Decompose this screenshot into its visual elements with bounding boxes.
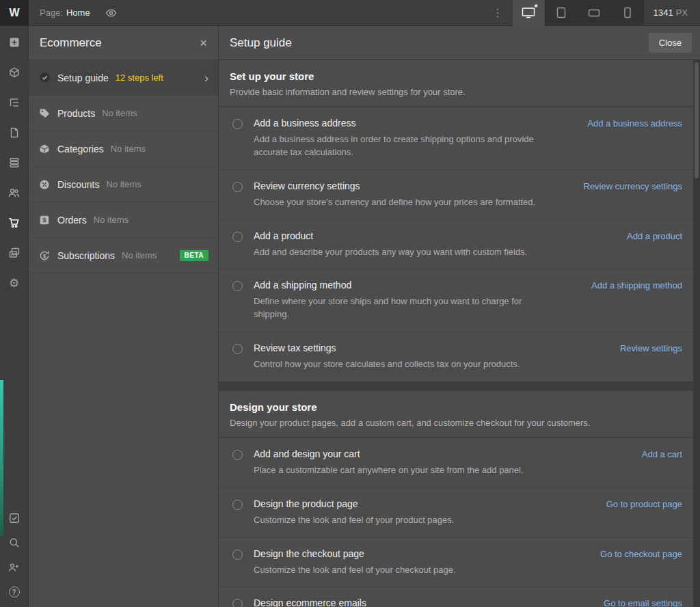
dollar-square-icon: $ xyxy=(38,215,51,226)
task-design-ecommerce-emails: Design ecommerce emails Customize the de… xyxy=(219,586,693,607)
task-radio[interactable] xyxy=(232,119,243,129)
setup-guide-content: Set up your store Provide basic informat… xyxy=(219,60,700,607)
setup-guide-header: Setup guide Close xyxy=(219,26,700,60)
task-radio[interactable] xyxy=(232,550,243,560)
task-description: Choose your store's currency and define … xyxy=(254,196,558,209)
chevron-right-icon: › xyxy=(204,71,208,84)
section-header: Set up your store Provide basic informat… xyxy=(219,60,693,107)
check-circle-icon xyxy=(38,72,51,83)
task-description: Add a business address in order to creat… xyxy=(254,133,558,159)
task-title: Add a shipping method xyxy=(254,280,558,291)
task-review-currency-settings: Review currency settings Choose your sto… xyxy=(219,170,693,219)
setup-guide-panel: Setup guide Close Set up your store Prov… xyxy=(219,26,700,607)
page-label: Page: xyxy=(40,8,63,18)
task-description: Place a customizable cart anywhere on yo… xyxy=(254,464,558,477)
sidebar-item-label: Orders xyxy=(57,215,87,226)
section-header: Design your store Design your product pa… xyxy=(219,391,693,437)
task-action-link[interactable]: Go to product page xyxy=(606,498,682,509)
webflow-designer: W Page: Home ⋮ ★ 1341PX xyxy=(0,0,700,607)
navigator-icon[interactable] xyxy=(0,87,29,118)
task-radio[interactable] xyxy=(232,281,243,291)
vertical-scrollbar[interactable] xyxy=(693,60,700,607)
svg-text:$: $ xyxy=(42,216,46,224)
search-icon[interactable] xyxy=(0,530,29,555)
help-icon[interactable]: ? xyxy=(0,580,29,604)
task-action-link[interactable]: Add a cart xyxy=(642,448,682,459)
task-title: Design ecommerce emails xyxy=(254,597,558,607)
collaborators-icon[interactable] xyxy=(0,555,29,580)
beta-badge: BETA xyxy=(180,250,208,261)
more-menu-icon[interactable]: ⋮ xyxy=(493,8,503,18)
sidebar-item-label: Subscriptions xyxy=(57,250,115,261)
steps-left-text: 12 steps left xyxy=(116,72,163,83)
device-desktop-button[interactable]: ★ xyxy=(513,0,546,26)
section-set-up-your-store: Set up your store Provide basic informat… xyxy=(219,60,693,381)
task-radio[interactable] xyxy=(232,599,243,607)
webflow-logo[interactable]: W xyxy=(0,0,29,25)
ecommerce-cart-icon[interactable] xyxy=(0,208,29,238)
tag-icon xyxy=(38,108,51,119)
task-title: Add a business address xyxy=(254,118,558,129)
task-radio[interactable] xyxy=(232,450,243,460)
settings-gear-icon[interactable]: ⚙ xyxy=(0,268,29,298)
audit-checklist-icon[interactable] xyxy=(0,506,29,530)
canvas-peek-strip xyxy=(0,380,3,536)
task-add-design-cart: Add and design your cart Place a customi… xyxy=(219,437,693,487)
task-radio[interactable] xyxy=(232,232,243,242)
sidebar-item-meta: No items xyxy=(102,108,137,118)
task-radio[interactable] xyxy=(232,500,243,510)
discount-badge-icon xyxy=(38,179,51,190)
task-add-shipping-method: Add a shipping method Define where your … xyxy=(219,269,693,332)
sidebar-item-products[interactable]: Products No items xyxy=(29,96,218,131)
device-phone-landscape-button[interactable] xyxy=(578,0,611,26)
task-radio[interactable] xyxy=(232,344,243,354)
assets-icon[interactable] xyxy=(0,238,29,268)
canvas-width-value: 1341 xyxy=(654,8,673,18)
task-action-link[interactable]: Review settings xyxy=(620,342,682,353)
sidebar-item-discounts[interactable]: Discounts No items xyxy=(29,167,218,202)
cms-collections-icon[interactable] xyxy=(0,148,29,178)
canvas-width-unit: PX xyxy=(676,8,688,18)
section-title: Set up your store xyxy=(230,70,682,82)
task-action-link[interactable]: Review currency settings xyxy=(584,180,683,191)
breakpoint-star-icon: ★ xyxy=(534,3,539,9)
users-icon[interactable] xyxy=(0,178,29,208)
sidebar-item-meta: No items xyxy=(94,215,129,225)
panel-title: Ecommerce xyxy=(40,36,102,50)
components-icon[interactable] xyxy=(0,57,29,87)
task-action-link[interactable]: Add a shipping method xyxy=(591,280,682,291)
task-review-tax-settings: Review tax settings Control how your sto… xyxy=(219,332,693,381)
section-title: Design your store xyxy=(230,401,682,413)
sidebar-item-meta: No items xyxy=(106,179,141,189)
sidebar-item-label: Products xyxy=(57,108,95,119)
ecommerce-panel-header: Ecommerce × xyxy=(29,26,218,60)
task-action-link[interactable]: Add a business address xyxy=(587,118,682,129)
preview-eye-icon[interactable] xyxy=(105,8,117,18)
rail-bottom-group: ? xyxy=(0,506,29,607)
task-description: Customize the look and feel of your prod… xyxy=(254,514,558,527)
recurring-dollar-icon: $ xyxy=(38,250,51,261)
task-design-product-page: Design the product page Customize the lo… xyxy=(219,487,693,537)
task-description: Add and describe your products any way y… xyxy=(254,246,558,259)
designer-frame: ⚙ ? Ecommerce × xyxy=(0,26,700,607)
scrollbar-thumb[interactable] xyxy=(695,62,699,178)
device-phone-portrait-button[interactable] xyxy=(611,0,644,26)
page-selector[interactable]: Page: Home xyxy=(40,8,90,18)
task-description: Define where your store ships and how mu… xyxy=(254,295,558,321)
close-panel-icon[interactable]: × xyxy=(200,37,207,49)
topbar: W Page: Home ⋮ ★ 1341PX xyxy=(0,0,700,26)
task-action-link[interactable]: Go to checkout page xyxy=(600,548,682,559)
sidebar-item-setup-guide[interactable]: Setup guide 12 steps left › xyxy=(29,60,218,96)
task-radio[interactable] xyxy=(232,182,243,192)
sidebar-item-categories[interactable]: Categories No items xyxy=(29,131,218,167)
task-design-checkout-page: Design the checkout page Customize the l… xyxy=(219,537,693,587)
task-action-link[interactable]: Add a product xyxy=(627,230,682,241)
add-elements-button[interactable] xyxy=(0,27,29,57)
close-button[interactable]: Close xyxy=(649,33,692,53)
task-action-link[interactable]: Go to email settings xyxy=(604,597,682,607)
pages-icon[interactable] xyxy=(0,118,29,148)
sidebar-item-orders[interactable]: $ Orders No items xyxy=(29,202,218,238)
sidebar-item-meta: No items xyxy=(122,250,157,260)
sidebar-item-subscriptions[interactable]: $ Subscriptions No items BETA xyxy=(29,238,218,273)
device-tablet-button[interactable] xyxy=(546,0,578,26)
